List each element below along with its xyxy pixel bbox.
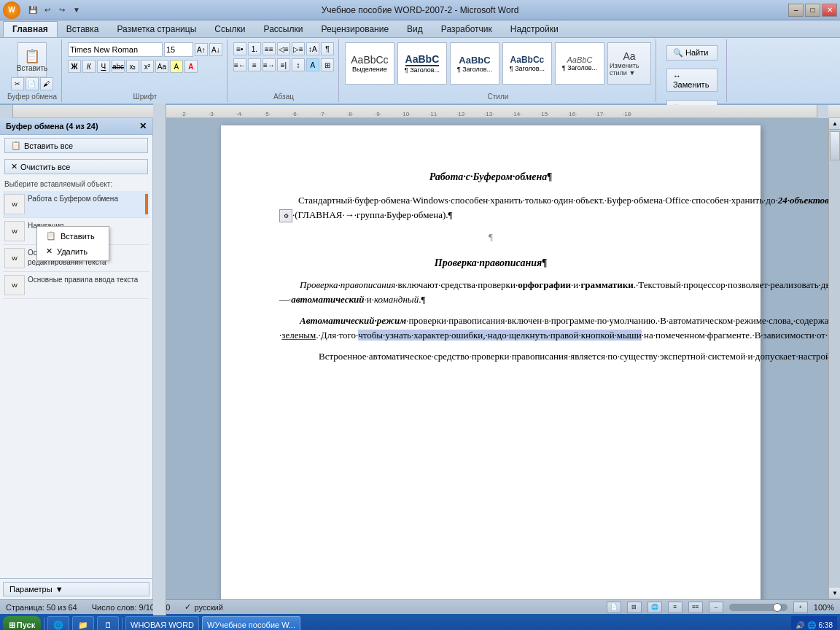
numbering-button[interactable]: 1.	[248, 42, 261, 55]
font-size-select[interactable]	[164, 42, 193, 57]
list-item[interactable]: W Основные правила ввода текста	[3, 272, 149, 299]
subscript-button[interactable]: x₂	[126, 60, 139, 73]
clipboard-panel: Буфер обмена (4 из 24) ✕ 📋 Вставить все …	[0, 118, 153, 599]
justify-button[interactable]: ≡|	[277, 58, 290, 71]
full-screen-button[interactable]: ⊞	[627, 602, 642, 613]
taskbar-item-icon1[interactable]: 🌐	[47, 616, 69, 630]
params-button[interactable]: Параметры ▼	[3, 582, 149, 596]
highlight-button[interactable]: A	[170, 60, 183, 73]
style-heading2[interactable]: AaBbC ¶ Заголов...	[450, 42, 499, 85]
taskbar-item-icon3[interactable]: 🗒	[97, 616, 119, 630]
cut-button[interactable]: ✂	[11, 77, 24, 90]
font-row-2: Ж К Ч abc x₂ x² Aa A A	[68, 60, 198, 73]
scroll-thumb[interactable]	[830, 131, 840, 160]
tab-mailings[interactable]: Рассылки	[255, 20, 313, 37]
maximize-button[interactable]: □	[805, 4, 820, 17]
align-center-button[interactable]: ≡	[248, 58, 261, 71]
context-delete-item[interactable]: ✕ Удалить	[37, 244, 109, 259]
group-styles: AaBbCс Выделение AaBbC ¶ Заголов... AaBb…	[341, 39, 656, 102]
increase-font-button[interactable]: A↑	[195, 43, 208, 56]
paste-all-button[interactable]: 📋 Вставить все	[4, 138, 148, 153]
start-button[interactable]: ⊞ Пуск	[3, 616, 41, 630]
increase-indent-button[interactable]: ▷≡	[292, 42, 305, 55]
change-styles-button[interactable]: Aa Изменить стили ▼	[607, 42, 651, 85]
tray-icon1[interactable]: 🔊	[796, 621, 804, 629]
multilevel-button[interactable]: ≡≡	[262, 42, 276, 55]
list-item[interactable]: W Работа с Буфером обмена	[3, 191, 149, 218]
taskbar-word2[interactable]: W Учебное пособие W...	[202, 616, 300, 630]
document-area[interactable]: Работа·с·Буфером·обмена¶ Стандартный·буф…	[153, 118, 828, 599]
taskbar-item-icon2[interactable]: 📁	[72, 616, 94, 630]
sort-button[interactable]: ↕A	[306, 42, 319, 55]
tab-references[interactable]: Ссылки	[206, 20, 254, 37]
replace-button[interactable]: ↔ Заменить	[666, 69, 718, 92]
font-color-button[interactable]: A	[184, 60, 198, 73]
superscript-button[interactable]: x²	[141, 60, 154, 73]
decrease-font-button[interactable]: A↓	[209, 43, 222, 56]
copy-button[interactable]: 📄	[26, 77, 39, 90]
page-info: Страница: 50 из 64	[6, 603, 77, 612]
tab-review[interactable]: Рецензирование	[312, 20, 398, 37]
scroll-track[interactable]	[829, 130, 840, 588]
zoom-out-button[interactable]: –	[709, 602, 723, 613]
item-text: Работа с Буфером обмена	[28, 194, 118, 203]
redo-icon[interactable]: ↪	[55, 4, 69, 17]
style-heading4[interactable]: AaBbC ¶ Заголов...	[555, 42, 604, 85]
minimize-button[interactable]: –	[788, 4, 804, 17]
scroll-up-button[interactable]: ▲	[829, 118, 840, 130]
font-content: A↑ A↓ Ж К Ч abc x₂ x² Aa A A	[68, 39, 222, 93]
zoom-slider[interactable]	[729, 604, 788, 611]
line-spacing-button[interactable]: ↕	[292, 58, 305, 71]
language-indicator[interactable]: ✓ русский	[184, 602, 222, 612]
style-normal[interactable]: AaBbCс Выделение	[345, 42, 394, 85]
tab-addins[interactable]: Надстройки	[502, 20, 568, 37]
align-left-button[interactable]: ≡←	[233, 58, 246, 71]
style-heading3[interactable]: AaBbCс ¶ Заголов...	[502, 42, 552, 85]
strikethrough-button[interactable]: abc	[112, 60, 125, 73]
zoom-in-button[interactable]: +	[793, 602, 808, 613]
language-text: русский	[194, 603, 222, 612]
outline-view-button[interactable]: ≡	[668, 602, 682, 613]
font-name-select[interactable]	[68, 42, 163, 57]
tab-page-layout[interactable]: Разметка страницы	[108, 20, 206, 37]
find-button[interactable]: 🔍 Найти	[666, 45, 718, 61]
save-icon[interactable]: 💾	[26, 4, 39, 17]
shading-button[interactable]: A	[306, 58, 319, 71]
decrease-indent-button[interactable]: ◁≡	[277, 42, 290, 55]
taskbar-word1[interactable]: W НОВАЯ WORD	[125, 616, 199, 630]
paste-button[interactable]: 📋 Вставить	[18, 42, 47, 77]
context-paste-item[interactable]: 📋 Вставить	[37, 228, 109, 244]
italic-button[interactable]: К	[82, 60, 96, 73]
change-case-button[interactable]: Aa	[155, 60, 168, 73]
zoom-thumb[interactable]	[773, 603, 782, 612]
undo-icon[interactable]: ↩	[41, 4, 54, 17]
params-label: Параметры	[9, 585, 52, 594]
border-button[interactable]: ⊞	[321, 58, 334, 71]
group-paragraph: ≡• 1. ≡≡ ◁≡ ▷≡ ↕A ¶ ≡← ≡ ≡→ ≡| ↕ A ⊞	[229, 39, 339, 102]
underline-button[interactable]: Ч	[97, 60, 110, 73]
tab-view[interactable]: Вид	[398, 20, 432, 37]
tab-insert[interactable]: Вставка	[58, 20, 109, 37]
style-heading1[interactable]: AaBbC ¶ Заголов...	[397, 42, 447, 85]
draft-view-button[interactable]: ≡≡	[688, 602, 703, 613]
ribbon: Главная Вставка Разметка страницы Ссылки…	[0, 20, 840, 105]
tray-icon2[interactable]: 🌐	[807, 621, 816, 629]
print-view-button[interactable]: 📄	[607, 602, 621, 613]
bullets-button[interactable]: ≡•	[233, 42, 246, 55]
ruler-left-margin	[0, 105, 13, 118]
clear-all-button[interactable]: ✕ Очистить все	[4, 159, 148, 174]
web-view-button[interactable]: 🌐	[648, 602, 662, 613]
section1-para1: Стандартный·буфер·обмена·Windows·способе…	[279, 193, 702, 222]
tab-developer[interactable]: Разработчик	[432, 20, 502, 37]
document-page[interactable]: Работа·с·Буфером·обмена¶ Стандартный·буф…	[221, 125, 761, 599]
format-painter-button[interactable]: 🖌	[40, 77, 53, 90]
scroll-down-button[interactable]: ▼	[829, 588, 840, 599]
show-formatting-button[interactable]: ¶	[321, 42, 334, 55]
bold-button[interactable]: Ж	[68, 60, 81, 73]
clipboard-close-button[interactable]: ✕	[139, 121, 147, 131]
tab-home[interactable]: Главная	[3, 21, 58, 37]
dropdown-icon[interactable]: ▼	[70, 4, 83, 17]
close-button[interactable]: ✕	[822, 4, 837, 17]
align-right-button[interactable]: ≡→	[262, 58, 276, 71]
item-icon: W	[4, 275, 25, 295]
